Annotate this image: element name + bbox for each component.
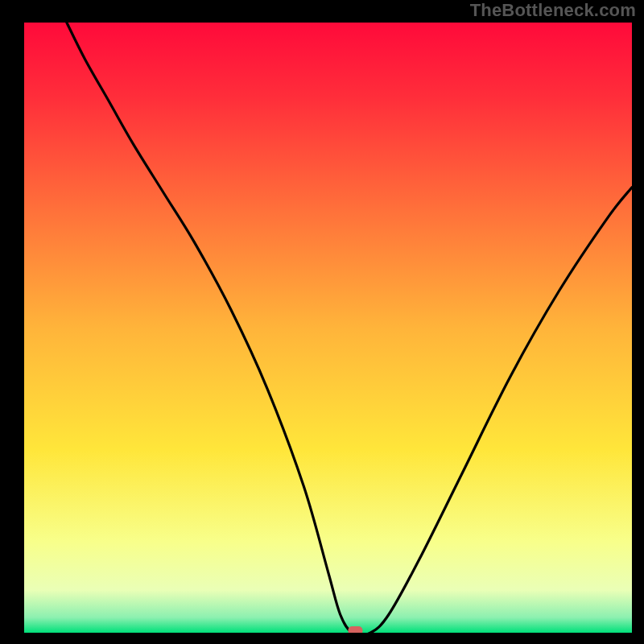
bottleneck-chart	[24, 23, 632, 633]
plot-area	[24, 23, 632, 633]
optimal-marker	[348, 626, 362, 633]
chart-frame: TheBottleneck.com	[0, 0, 644, 644]
watermark-text: TheBottleneck.com	[470, 0, 636, 21]
